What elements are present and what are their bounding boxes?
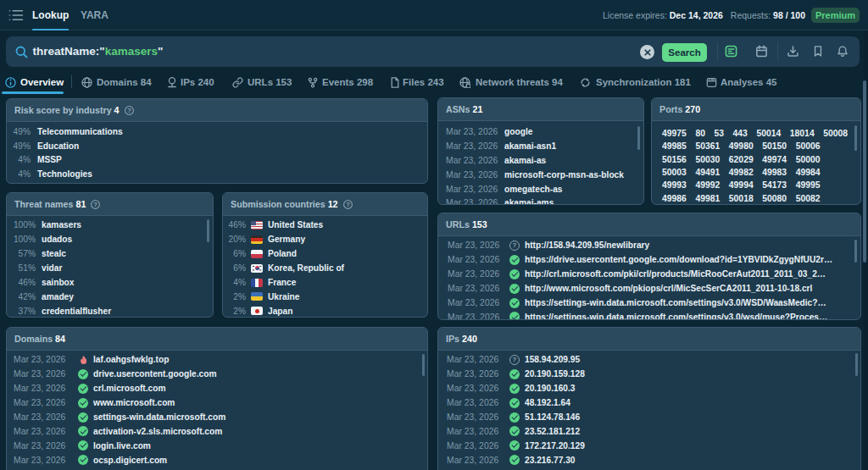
svg-text:?: ?: [94, 201, 98, 208]
svg-text:?: ?: [346, 201, 350, 208]
svg-text:?: ?: [127, 107, 131, 114]
